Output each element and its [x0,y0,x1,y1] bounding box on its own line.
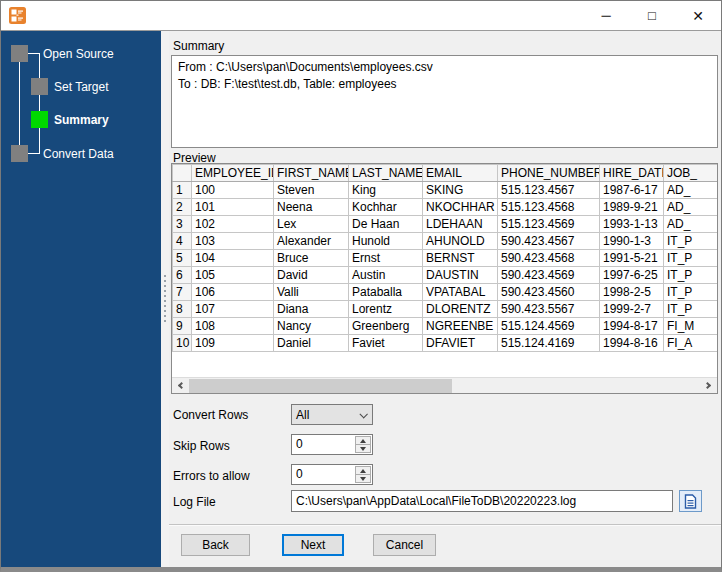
cell[interactable]: Ernst [349,250,423,267]
cell[interactable]: 100 [192,182,274,199]
column-header[interactable]: JOB_ [664,165,719,182]
cell[interactable]: 590.423.4567 [498,233,600,250]
column-header[interactable]: FIRST_NAME [274,165,349,182]
skip-rows-decrement-button[interactable] [355,445,371,453]
cell[interactable]: FI_M [664,318,719,335]
cell[interactable]: 1989-9-21 [600,199,664,216]
cell[interactable]: AHUNOLD [423,233,498,250]
row-header[interactable]: 8 [173,301,192,318]
cell[interactable]: 1994-8-17 [600,318,664,335]
cell[interactable]: Nancy [274,318,349,335]
cell[interactable]: 106 [192,284,274,301]
cell[interactable]: 109 [192,335,274,352]
column-header[interactable]: PHONE_NUMBER [498,165,600,182]
cell[interactable]: IT_P [664,284,719,301]
row-header[interactable]: 1 [173,182,192,199]
cell[interactable]: 1999-2-7 [600,301,664,318]
scroll-left-button[interactable] [172,378,189,393]
cell[interactable]: IT_P [664,250,719,267]
cell[interactable]: Pataballa [349,284,423,301]
cell[interactable]: 101 [192,199,274,216]
cell[interactable]: 1993-1-13 [600,216,664,233]
row-header[interactable]: 6 [173,267,192,284]
cell[interactable]: Kochhar [349,199,423,216]
table-row[interactable]: 6105DavidAustinDAUSTIN590.423.45691997-6… [173,267,719,284]
cell[interactable]: FI_A [664,335,719,352]
cell[interactable]: 515.123.4569 [498,216,600,233]
cell[interactable]: Faviet [349,335,423,352]
cell[interactable]: DFAVIET [423,335,498,352]
cell[interactable]: DLORENTZ [423,301,498,318]
cell[interactable]: NKOCHHAR [423,199,498,216]
cell[interactable]: 1997-6-25 [600,267,664,284]
cell[interactable]: SKING [423,182,498,199]
cell[interactable]: Daniel [274,335,349,352]
cell[interactable]: David [274,267,349,284]
cell[interactable]: BERNST [423,250,498,267]
sidebar-splitter[interactable] [161,31,169,567]
errors-increment-button[interactable] [355,466,371,475]
cell[interactable]: 108 [192,318,274,335]
cell[interactable]: IT_P [664,233,719,250]
cell[interactable]: Steven [274,182,349,199]
scrollbar-thumb[interactable] [189,379,452,393]
cell[interactable]: 104 [192,250,274,267]
table-row[interactable]: 9108NancyGreenbergNGREENBE515.124.456919… [173,318,719,335]
cell[interactable]: King [349,182,423,199]
cell[interactable]: 107 [192,301,274,318]
sidebar-step-open-source[interactable]: Open Source [11,45,114,62]
cell[interactable]: NGREENBE [423,318,498,335]
maximize-button[interactable]: □ [629,1,675,30]
cell[interactable]: 515.124.4169 [498,335,600,352]
row-header[interactable]: 3 [173,216,192,233]
cell[interactable]: LDEHAAN [423,216,498,233]
cell[interactable]: Austin [349,267,423,284]
skip-rows-increment-button[interactable] [355,436,371,445]
sidebar-step-convert-data[interactable]: Convert Data [11,145,114,162]
cell[interactable]: IT_P [664,301,719,318]
cell[interactable]: AD_ [664,182,719,199]
cell[interactable]: Valli [274,284,349,301]
convert-rows-select[interactable]: All [291,404,373,425]
cell[interactable]: Greenberg [349,318,423,335]
cell[interactable]: Lex [274,216,349,233]
cell[interactable]: Alexander [274,233,349,250]
cell[interactable]: 105 [192,267,274,284]
column-header[interactable]: EMAIL [423,165,498,182]
cell[interactable]: De Haan [349,216,423,233]
log-file-input[interactable] [291,490,673,512]
cell[interactable]: 515.124.4569 [498,318,600,335]
row-header[interactable]: 5 [173,250,192,267]
cell[interactable]: 515.123.4568 [498,199,600,216]
column-header[interactable]: HIRE_DATE [600,165,664,182]
next-button[interactable]: Next [282,534,344,556]
cell[interactable]: Bruce [274,250,349,267]
row-header[interactable]: 2 [173,199,192,216]
cell[interactable]: DAUSTIN [423,267,498,284]
row-header[interactable]: 10 [173,335,192,352]
cell[interactable]: IT_P [664,267,719,284]
table-row[interactable]: 8107DianaLorentzDLORENTZ590.423.55671999… [173,301,719,318]
table-row[interactable]: 10109DanielFavietDFAVIET515.124.41691994… [173,335,719,352]
table-row[interactable]: 2101NeenaKochharNKOCHHAR515.123.45681989… [173,199,719,216]
cell[interactable]: VPATABAL [423,284,498,301]
horizontal-scrollbar[interactable] [172,377,717,393]
table-row[interactable]: 3102LexDe HaanLDEHAAN515.123.45691993-1-… [173,216,719,233]
row-header[interactable]: 4 [173,233,192,250]
cell[interactable]: 1991-5-21 [600,250,664,267]
column-header[interactable]: LAST_NAME [349,165,423,182]
skip-rows-stepper[interactable]: 0 [291,434,373,455]
cell[interactable]: AD_ [664,199,719,216]
cell[interactable]: 103 [192,233,274,250]
row-header[interactable]: 9 [173,318,192,335]
cell[interactable]: 1987-6-17 [600,182,664,199]
cell[interactable]: 590.423.4568 [498,250,600,267]
corner-header[interactable] [173,165,192,182]
cell[interactable]: Hunold [349,233,423,250]
cancel-button[interactable]: Cancel [373,534,436,556]
errors-to-allow-stepper[interactable]: 0 [291,464,373,485]
column-header[interactable]: EMPLOYEE_ID [192,165,274,182]
cell[interactable]: 102 [192,216,274,233]
cell[interactable]: 515.123.4567 [498,182,600,199]
table-row[interactable]: 7106ValliPataballaVPATABAL590.423.456019… [173,284,719,301]
